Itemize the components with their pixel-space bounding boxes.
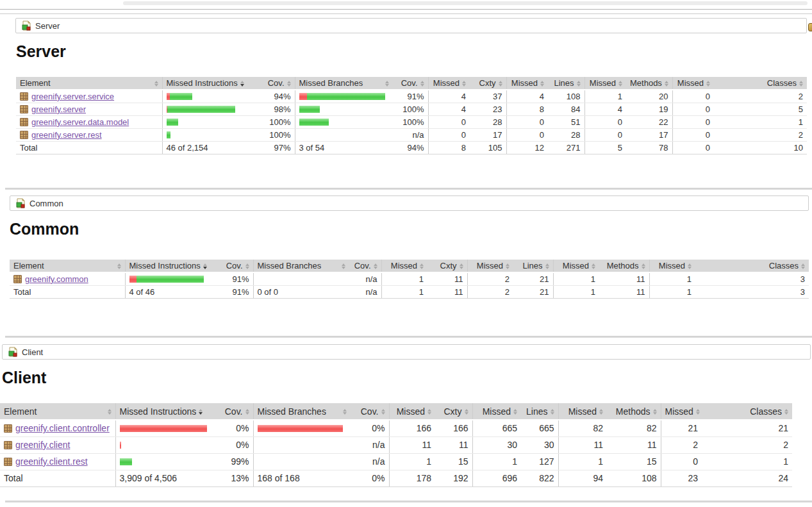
- col-header-missed-branches[interactable]: Missed Branches: [295, 77, 393, 90]
- session-icon[interactable]: [808, 23, 812, 31]
- cell: 28: [470, 115, 506, 128]
- cell: 5: [714, 103, 807, 115]
- cell: 166: [389, 420, 435, 436]
- package-icon: [20, 105, 28, 113]
- package-link[interactable]: greenify.server: [31, 104, 86, 114]
- col-header-missed-instructions[interactable]: Missed Instructions: [162, 77, 260, 90]
- col-header-cxty[interactable]: Cxty: [427, 260, 467, 272]
- col-header-methods[interactable]: Methods: [599, 260, 649, 272]
- col-header-cov[interactable]: Cov.: [215, 403, 253, 420]
- bundle-icon: [8, 347, 18, 357]
- col-header-element[interactable]: Element: [10, 260, 125, 272]
- col-header-cov[interactable]: Cov.: [260, 77, 295, 90]
- col-header-classes[interactable]: Classes: [695, 260, 809, 272]
- total-missed-instructions: 4 of 46: [125, 285, 221, 298]
- sort-icon: [287, 81, 291, 87]
- cell: 15: [435, 453, 472, 470]
- col-header-lines[interactable]: Lines: [548, 77, 584, 90]
- col-header-lines[interactable]: Lines: [521, 403, 558, 420]
- col-header-missed[interactable]: Missed: [428, 77, 470, 90]
- sort-icon: [688, 263, 692, 269]
- cell: 0: [506, 115, 548, 128]
- divider: [0, 9, 812, 10]
- cell: 23: [661, 470, 702, 486]
- col-header-methods[interactable]: Methods: [626, 77, 672, 90]
- sort-icon: [108, 409, 112, 415]
- cell: 11: [389, 436, 435, 453]
- col-header-missed[interactable]: Missed: [381, 260, 427, 272]
- coverage-cell: n/a: [349, 272, 381, 285]
- breadcrumb[interactable]: Client: [2, 344, 811, 360]
- col-header-cxty[interactable]: Cxty: [435, 403, 472, 420]
- missed-instructions-bar: [125, 272, 221, 285]
- total-coverage: 0%: [351, 470, 389, 486]
- package-link[interactable]: greenify.common: [25, 274, 88, 284]
- col-header-missed[interactable]: Missed: [389, 403, 435, 420]
- col-header-missed[interactable]: Missed: [553, 260, 599, 272]
- col-header-missed-instructions[interactable]: Missed Instructions: [115, 403, 215, 420]
- cell: 696: [472, 470, 521, 486]
- package-link[interactable]: greenify.client: [15, 440, 70, 450]
- cell: 30: [472, 436, 521, 453]
- sort-icon: [381, 409, 385, 415]
- col-header-cov[interactable]: Cov.: [351, 403, 389, 420]
- package-link[interactable]: greenify.client.rest: [15, 456, 88, 467]
- total-missed-instructions: 3,909 of 4,506: [115, 470, 215, 486]
- coverage-cell: n/a: [351, 453, 389, 470]
- total-missed-branches: 168 of 168: [253, 470, 351, 486]
- col-header-cov[interactable]: Cov.: [393, 77, 428, 90]
- breadcrumb[interactable]: Common: [10, 195, 809, 211]
- cell: 11: [558, 436, 607, 453]
- col-header-missed[interactable]: Missed: [649, 260, 695, 272]
- col-header-missed[interactable]: Missed: [661, 403, 702, 420]
- cell: 1: [558, 453, 607, 470]
- col-header-element[interactable]: Element: [0, 403, 115, 420]
- col-header-missed[interactable]: Missed: [558, 403, 607, 420]
- cell: 4: [584, 103, 626, 115]
- sort-icon: [696, 409, 700, 415]
- sort-icon: [513, 409, 517, 415]
- sort-icon: [599, 409, 603, 415]
- breadcrumb[interactable]: Server: [15, 18, 807, 33]
- cell: 11: [599, 272, 649, 285]
- horizontal-scrollbar-thumb[interactable]: [123, 1, 808, 5]
- col-header-missed[interactable]: Missed: [584, 77, 626, 90]
- cell: 4: [428, 90, 470, 103]
- cell: 0: [672, 90, 714, 103]
- col-header-cov[interactable]: Cov.: [349, 260, 381, 272]
- bundle-icon: [21, 21, 31, 31]
- col-header-methods[interactable]: Methods: [607, 403, 661, 420]
- col-header-missed[interactable]: Missed: [672, 77, 714, 90]
- missed-instructions-bar: [115, 436, 215, 453]
- sort-icon: [540, 81, 544, 87]
- package-link[interactable]: greenify.client.controller: [15, 423, 110, 433]
- package-link[interactable]: greenify.server.data.model: [31, 117, 129, 127]
- cell: 11: [599, 285, 649, 298]
- col-header-cxty[interactable]: Cxty: [470, 77, 506, 90]
- col-header-missed-branches[interactable]: Missed Branches: [253, 403, 351, 420]
- col-header-missed-branches[interactable]: Missed Branches: [253, 260, 349, 272]
- page-title: Client: [2, 369, 46, 387]
- total-coverage: 91%: [221, 285, 253, 298]
- col-header-missed-instructions[interactable]: Missed Instructions: [125, 260, 221, 272]
- col-header-cov[interactable]: Cov.: [221, 260, 253, 272]
- col-header-missed[interactable]: Missed: [472, 403, 521, 420]
- total-label: Total: [10, 285, 125, 298]
- sort-icon: [342, 263, 345, 269]
- section-divider: [5, 501, 812, 503]
- col-header-lines[interactable]: Lines: [513, 260, 553, 272]
- col-header-classes[interactable]: Classes: [714, 77, 807, 90]
- cell: 10: [714, 141, 807, 154]
- total-missed-branches: 0 of 0: [253, 285, 349, 298]
- sort-icon: [117, 263, 121, 269]
- cell: 0: [672, 141, 714, 154]
- package-link[interactable]: greenify.server.service: [31, 92, 114, 101]
- col-header-classes[interactable]: Classes: [702, 403, 792, 420]
- missed-branches-bar: [295, 90, 393, 103]
- col-header-element[interactable]: Element: [16, 77, 162, 90]
- cell: 22: [626, 115, 672, 128]
- col-header-missed[interactable]: Missed: [467, 260, 513, 272]
- missed-instructions-bar: [162, 115, 260, 128]
- package-link[interactable]: greenify.server.rest: [31, 130, 102, 140]
- col-header-missed[interactable]: Missed: [506, 77, 548, 90]
